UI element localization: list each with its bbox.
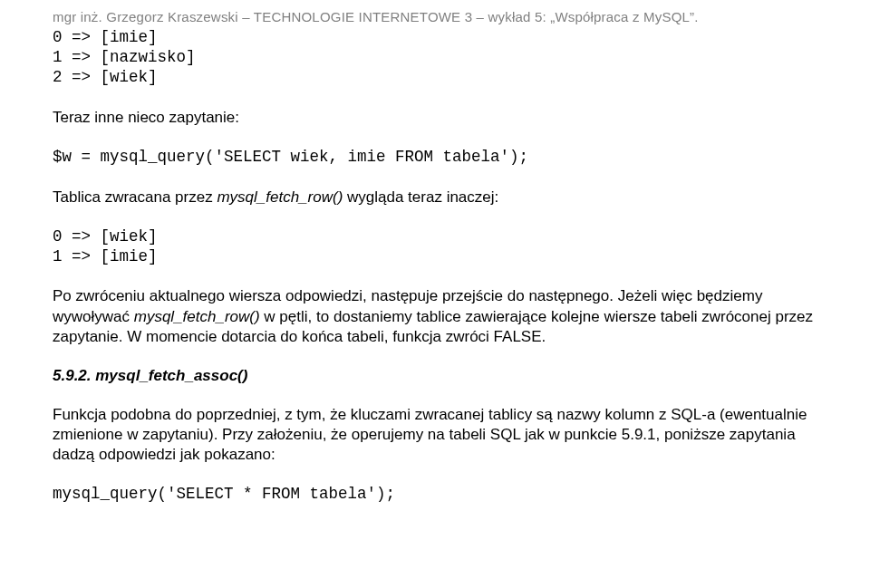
function-name: mysql_fetch_row() <box>217 188 343 206</box>
code-block-array-2: 0 => [wiek] 1 => [imie] <box>53 227 817 267</box>
paragraph-explanation: Po zwróceniu aktualnego wiersza odpowied… <box>53 286 817 346</box>
code-block-query-2: mysql_query('SELECT * FROM tabela'); <box>53 485 817 505</box>
code-line: 0 => [imie] <box>53 28 158 46</box>
code-line: 0 => [wiek] <box>53 227 158 246</box>
function-name: mysql_fetch_row() <box>134 308 260 325</box>
paragraph-fetch-row: Tablica zwracana przez mysql_fetch_row()… <box>53 188 817 207</box>
code-block-array-1: 0 => [imie] 1 => [nazwisko] 2 => [wiek] <box>53 28 817 88</box>
code-line: 2 => [wiek] <box>53 68 158 86</box>
paragraph-intro-query: Teraz inne nieco zapytanie: <box>53 108 817 128</box>
page-header: mgr inż. Grzegorz Kraszewski – TECHNOLOG… <box>53 9 817 24</box>
code-line: 1 => [nazwisko] <box>53 48 196 66</box>
document-page: mgr inż. Grzegorz Kraszewski – TECHNOLOG… <box>0 0 870 588</box>
code-line: 1 => [imie] <box>53 247 158 265</box>
paragraph-assoc-description: Funkcja podobna do poprzedniej, z tym, ż… <box>53 405 817 465</box>
code-block-query-1: $w = mysql_query('SELECT wiek, imie FROM… <box>53 148 817 168</box>
section-heading: 5.9.2. mysql_fetch_assoc() <box>53 367 817 385</box>
text-run: wygląda teraz inaczej: <box>343 188 498 206</box>
text-run: Tablica zwracana przez <box>53 188 217 206</box>
